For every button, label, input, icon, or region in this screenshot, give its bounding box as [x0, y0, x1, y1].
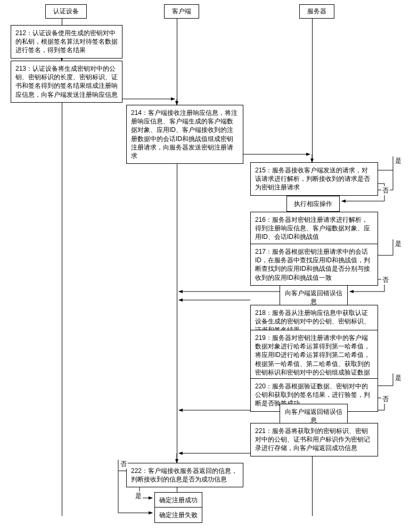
label-yes-215: 是 — [394, 156, 403, 165]
step-215: 215：服务器接收客户端发送的请求，对该请求进行解析，判断接收到的请求是否为密钥… — [250, 162, 378, 196]
step-reg-ok: 确定注册成功 — [154, 492, 202, 508]
step-214: 214：客户端接收注册响应信息，将注册响应信息、客户端生成的客户端数据对象、应用… — [126, 105, 243, 164]
lane-client: 客户端 — [164, 4, 199, 19]
lifeline-client — [177, 17, 177, 516]
label-no-222: 否 — [119, 460, 128, 469]
step-212: 212：认证设备使用生成的密钥对中的私钥，根据签名算法对待签名数据进行签名，得到… — [11, 25, 122, 59]
label-yes-217: 是 — [394, 239, 403, 248]
label-yes-222: 是 — [134, 492, 143, 501]
label-no-215: 否 — [381, 186, 390, 195]
label-no-220: 否 — [381, 395, 390, 404]
lane-auth-device: 认证设备 — [45, 4, 87, 19]
step-213: 213：认证设备将生成密钥对中的公钥、密钥标识的长度、密钥标识、证书和签名得到的… — [11, 61, 122, 103]
step-217: 217：服务器根据密钥注册请求中的会话ID，在服务器中查找应用ID和挑战值，判断… — [250, 244, 378, 286]
lane-server: 服务器 — [299, 4, 334, 19]
label-no-217: 否 — [381, 276, 390, 285]
step-216: 216：服务器对密钥注册请求进行解析，得到注册响应信息、客户端数据对象、应用ID… — [250, 212, 378, 245]
step-reg-fail: 确定注册失败 — [154, 507, 202, 523]
step-221: 221：服务器将获取到的密钥标识、密钥对中的公钥、证书和用户标识作为密钥记录进行… — [250, 423, 378, 456]
step-exec-op: 执行相应操作 — [286, 196, 340, 212]
step-219: 219：服务器对密钥注册请求中的客户端数据对象进行哈希运算得到第一哈希值，将应用… — [250, 330, 378, 380]
label-yes-220: 是 — [394, 373, 403, 383]
step-222: 222：客户端接收服务器返回的信息，判断接收到的信息是否为成功信息 — [126, 463, 243, 487]
